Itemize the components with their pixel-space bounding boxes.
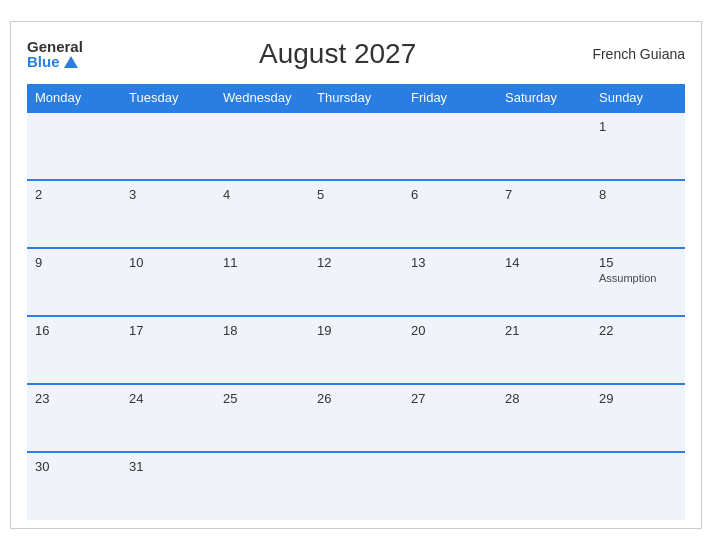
- month-title: August 2027: [83, 38, 593, 70]
- calendar-cell: [27, 112, 121, 180]
- day-number: 22: [599, 323, 677, 338]
- day-number: 11: [223, 255, 301, 270]
- weekday-header: Friday: [403, 84, 497, 112]
- calendar-cell: 5: [309, 180, 403, 248]
- calendar-cell: 23: [27, 384, 121, 452]
- day-number: 4: [223, 187, 301, 202]
- day-number: 16: [35, 323, 113, 338]
- calendar-cell: 3: [121, 180, 215, 248]
- calendar-header: General Blue August 2027 French Guiana: [27, 38, 685, 70]
- calendar-cell: 11: [215, 248, 309, 316]
- calendar-cell: 22: [591, 316, 685, 384]
- logo-general-text: General: [27, 39, 83, 54]
- day-number: 10: [129, 255, 207, 270]
- calendar-cell: 4: [215, 180, 309, 248]
- day-number: 6: [411, 187, 489, 202]
- calendar-cell: 30: [27, 452, 121, 520]
- calendar-cell: 27: [403, 384, 497, 452]
- day-number: 25: [223, 391, 301, 406]
- logo: General Blue: [27, 39, 83, 69]
- weekday-header: Tuesday: [121, 84, 215, 112]
- day-number: 1: [599, 119, 677, 134]
- day-number: 20: [411, 323, 489, 338]
- day-number: 15: [599, 255, 677, 270]
- day-number: 8: [599, 187, 677, 202]
- calendar-cell: 1: [591, 112, 685, 180]
- calendar-cell: 19: [309, 316, 403, 384]
- weekday-header: Sunday: [591, 84, 685, 112]
- calendar: General Blue August 2027 French Guiana M…: [10, 21, 702, 529]
- weekday-header: Wednesday: [215, 84, 309, 112]
- weekday-header: Saturday: [497, 84, 591, 112]
- day-number: 24: [129, 391, 207, 406]
- calendar-cell: [403, 112, 497, 180]
- calendar-cell: 6: [403, 180, 497, 248]
- calendar-cell: 7: [497, 180, 591, 248]
- logo-triangle-icon: [64, 56, 78, 68]
- calendar-cell: 24: [121, 384, 215, 452]
- event-label: Assumption: [599, 272, 677, 284]
- calendar-cell: [309, 112, 403, 180]
- calendar-week-row: 9101112131415Assumption: [27, 248, 685, 316]
- day-number: 19: [317, 323, 395, 338]
- day-number: 29: [599, 391, 677, 406]
- calendar-cell: 2: [27, 180, 121, 248]
- day-number: 2: [35, 187, 113, 202]
- calendar-week-row: 16171819202122: [27, 316, 685, 384]
- calendar-header-row: MondayTuesdayWednesdayThursdayFridaySatu…: [27, 84, 685, 112]
- weekday-header: Monday: [27, 84, 121, 112]
- day-number: 12: [317, 255, 395, 270]
- calendar-body: 123456789101112131415Assumption161718192…: [27, 112, 685, 520]
- weekday-header: Thursday: [309, 84, 403, 112]
- day-number: 21: [505, 323, 583, 338]
- day-number: 31: [129, 459, 207, 474]
- day-number: 3: [129, 187, 207, 202]
- day-number: 18: [223, 323, 301, 338]
- calendar-cell: 17: [121, 316, 215, 384]
- day-number: 28: [505, 391, 583, 406]
- calendar-cell: 20: [403, 316, 497, 384]
- calendar-cell: 21: [497, 316, 591, 384]
- calendar-cell: 14: [497, 248, 591, 316]
- calendar-cell: [591, 452, 685, 520]
- calendar-cell: 12: [309, 248, 403, 316]
- calendar-table: MondayTuesdayWednesdayThursdayFridaySatu…: [27, 84, 685, 520]
- calendar-cell: 28: [497, 384, 591, 452]
- logo-blue-text: Blue: [27, 54, 78, 69]
- calendar-cell: 29: [591, 384, 685, 452]
- calendar-cell: [309, 452, 403, 520]
- day-number: 30: [35, 459, 113, 474]
- day-number: 23: [35, 391, 113, 406]
- calendar-cell: 25: [215, 384, 309, 452]
- calendar-cell: 15Assumption: [591, 248, 685, 316]
- region-label: French Guiana: [592, 46, 685, 62]
- calendar-cell: 26: [309, 384, 403, 452]
- calendar-cell: 13: [403, 248, 497, 316]
- day-number: 9: [35, 255, 113, 270]
- day-number: 5: [317, 187, 395, 202]
- day-number: 13: [411, 255, 489, 270]
- calendar-cell: 18: [215, 316, 309, 384]
- calendar-cell: [497, 112, 591, 180]
- day-number: 7: [505, 187, 583, 202]
- calendar-cell: [215, 452, 309, 520]
- day-number: 14: [505, 255, 583, 270]
- calendar-week-row: 23242526272829: [27, 384, 685, 452]
- day-number: 26: [317, 391, 395, 406]
- calendar-cell: 31: [121, 452, 215, 520]
- calendar-week-row: 2345678: [27, 180, 685, 248]
- calendar-cell: 9: [27, 248, 121, 316]
- calendar-cell: 8: [591, 180, 685, 248]
- calendar-cell: [121, 112, 215, 180]
- calendar-cell: [497, 452, 591, 520]
- day-number: 27: [411, 391, 489, 406]
- day-number: 17: [129, 323, 207, 338]
- calendar-cell: [215, 112, 309, 180]
- calendar-week-row: 3031: [27, 452, 685, 520]
- calendar-cell: 16: [27, 316, 121, 384]
- calendar-cell: [403, 452, 497, 520]
- calendar-cell: 10: [121, 248, 215, 316]
- calendar-week-row: 1: [27, 112, 685, 180]
